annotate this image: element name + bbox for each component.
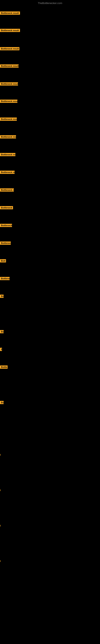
bottleneck-badge-25 [0,560,0,562]
bottleneck-badge-14: Bottlenec [0,242,11,245]
bottleneck-badge-10: Bottleneck resul [0,171,15,174]
bottleneck-badge-2: Bottleneck result [0,29,20,32]
bottleneck-badge-20: Bottle [0,366,8,369]
bottleneck-badge-15: Bott [0,259,6,262]
bottleneck-badge-5: Bottleneck result [0,82,18,86]
bottleneck-badge-16: Bottlene [0,277,10,280]
bottleneck-badge-17: Bo [0,295,3,298]
bottleneck-badge-21: Bo [0,401,3,404]
bottleneck-badge-24 [0,525,0,526]
bottleneck-badge-9: Bottleneck result [0,153,15,156]
bottleneck-badge-23 [0,490,0,491]
bottleneck-badge-6: Bottleneck result [0,100,17,103]
bottleneck-badge-8: Bottleneck result [0,135,16,138]
bottleneck-badge-11: Bottleneck resu [0,188,14,192]
bottleneck-badge-13: Bottleneck re [0,224,12,227]
bottleneck-badge-22 [0,454,0,456]
bottleneck-badge-4: Bottleneck result [0,64,19,68]
bottleneck-badge-1: Bottleneck result [0,12,20,15]
bottleneck-badge-7: Bottleneck result [0,118,17,121]
bottleneck-badge-18: Bo [0,330,3,333]
bottleneck-badge-3: Bottleneck result [0,47,19,50]
bottleneck-badge-12: Bottleneck res [0,206,13,209]
site-title: TheBottlenecker.com [0,2,100,5]
bottleneck-badge-19: B [0,348,2,351]
